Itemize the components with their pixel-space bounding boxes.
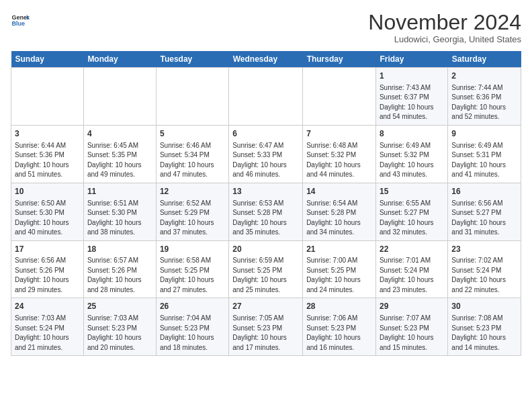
day-number: 20 [232,244,299,255]
day-number: 2 [451,71,517,82]
week-row-1: 1Sunrise: 7:43 AM Sunset: 6:37 PM Daylig… [11,68,521,126]
calendar-cell: 15Sunrise: 6:55 AM Sunset: 5:27 PM Dayli… [375,183,447,240]
day-number: 28 [306,301,372,312]
day-number: 11 [87,186,152,197]
calendar-cell: 20Sunrise: 6:59 AM Sunset: 5:25 PM Dayli… [229,240,303,298]
calendar-table: SundayMondayTuesdayWednesdayThursdayFrid… [11,51,521,356]
day-info: Sunrise: 6:55 AM Sunset: 5:27 PM Dayligh… [380,199,444,238]
week-row-3: 10Sunrise: 6:50 AM Sunset: 5:30 PM Dayli… [11,183,521,240]
calendar-cell: 16Sunrise: 6:56 AM Sunset: 5:27 PM Dayli… [448,183,521,240]
day-number: 8 [380,128,444,140]
calendar-cell: 18Sunrise: 6:57 AM Sunset: 5:26 PM Dayli… [83,240,156,298]
weekday-header-thursday: Thursday [303,51,376,68]
weekday-header-friday: Friday [375,51,447,68]
weekday-header-saturday: Saturday [448,51,521,68]
day-number: 12 [160,186,225,197]
day-number: 23 [451,244,517,255]
calendar-cell: 10Sunrise: 6:50 AM Sunset: 5:30 PM Dayli… [11,183,84,240]
calendar-cell: 14Sunrise: 6:54 AM Sunset: 5:28 PM Dayli… [303,183,376,240]
calendar-cell: 3Sunrise: 6:44 AM Sunset: 5:36 PM Daylig… [11,125,84,183]
weekday-header-tuesday: Tuesday [156,51,228,68]
logo: General Blue [11,11,30,30]
day-info: Sunrise: 6:46 AM Sunset: 5:34 PM Dayligh… [160,141,225,180]
calendar-cell: 7Sunrise: 6:48 AM Sunset: 5:32 PM Daylig… [303,125,376,183]
calendar-cell: 19Sunrise: 6:58 AM Sunset: 5:25 PM Dayli… [156,240,228,298]
day-info: Sunrise: 6:52 AM Sunset: 5:29 PM Dayligh… [160,199,225,238]
weekday-header-wednesday: Wednesday [229,51,303,68]
calendar-cell [229,68,303,126]
day-number: 18 [87,244,152,255]
day-info: Sunrise: 7:43 AM Sunset: 6:37 PM Dayligh… [380,83,444,122]
day-info: Sunrise: 6:50 AM Sunset: 5:30 PM Dayligh… [15,199,80,238]
day-number: 17 [15,244,80,255]
page-header: General Blue November 2024 Ludowici, Geo… [11,11,521,44]
day-info: Sunrise: 6:53 AM Sunset: 5:28 PM Dayligh… [232,199,299,238]
calendar-cell: 29Sunrise: 7:07 AM Sunset: 5:23 PM Dayli… [375,298,447,356]
calendar-cell: 4Sunrise: 6:45 AM Sunset: 5:35 PM Daylig… [83,125,156,183]
calendar-cell: 26Sunrise: 7:04 AM Sunset: 5:23 PM Dayli… [156,298,228,356]
calendar-cell [83,68,156,126]
day-info: Sunrise: 6:45 AM Sunset: 5:35 PM Dayligh… [87,141,152,180]
day-info: Sunrise: 6:48 AM Sunset: 5:32 PM Dayligh… [306,141,372,180]
calendar-cell: 12Sunrise: 6:52 AM Sunset: 5:29 PM Dayli… [156,183,228,240]
day-number: 13 [232,186,299,197]
week-row-4: 17Sunrise: 6:56 AM Sunset: 5:26 PM Dayli… [11,240,521,298]
calendar-cell: 28Sunrise: 7:06 AM Sunset: 5:23 PM Dayli… [303,298,376,356]
day-number: 29 [380,301,444,312]
day-info: Sunrise: 7:00 AM Sunset: 5:25 PM Dayligh… [306,256,372,295]
calendar-cell: 22Sunrise: 7:01 AM Sunset: 5:24 PM Dayli… [375,240,447,298]
calendar-cell: 6Sunrise: 6:47 AM Sunset: 5:33 PM Daylig… [229,125,303,183]
day-info: Sunrise: 7:08 AM Sunset: 5:23 PM Dayligh… [451,314,517,353]
svg-text:Blue: Blue [11,20,25,27]
day-info: Sunrise: 7:07 AM Sunset: 5:23 PM Dayligh… [380,314,444,353]
location: Ludowici, Georgia, United States [368,34,521,44]
calendar-cell: 9Sunrise: 6:49 AM Sunset: 5:31 PM Daylig… [448,125,521,183]
day-info: Sunrise: 6:51 AM Sunset: 5:30 PM Dayligh… [87,199,152,238]
day-number: 15 [380,186,444,197]
day-number: 4 [87,128,152,140]
day-info: Sunrise: 7:01 AM Sunset: 5:24 PM Dayligh… [380,256,444,295]
calendar-cell: 23Sunrise: 7:02 AM Sunset: 5:24 PM Dayli… [448,240,521,298]
day-number: 1 [380,71,444,82]
day-info: Sunrise: 6:49 AM Sunset: 5:32 PM Dayligh… [380,141,444,180]
day-number: 9 [451,128,517,140]
day-info: Sunrise: 6:58 AM Sunset: 5:25 PM Dayligh… [160,256,225,295]
calendar-cell: 2Sunrise: 7:44 AM Sunset: 6:36 PM Daylig… [448,68,521,126]
day-number: 6 [232,128,299,140]
day-info: Sunrise: 7:44 AM Sunset: 6:36 PM Dayligh… [451,83,517,122]
calendar-cell: 25Sunrise: 7:03 AM Sunset: 5:23 PM Dayli… [83,298,156,356]
day-number: 5 [160,128,225,140]
day-info: Sunrise: 6:57 AM Sunset: 5:26 PM Dayligh… [87,256,152,295]
day-info: Sunrise: 6:54 AM Sunset: 5:28 PM Dayligh… [306,199,372,238]
week-row-2: 3Sunrise: 6:44 AM Sunset: 5:36 PM Daylig… [11,125,521,183]
day-info: Sunrise: 6:59 AM Sunset: 5:25 PM Dayligh… [232,256,299,295]
day-info: Sunrise: 6:56 AM Sunset: 5:26 PM Dayligh… [15,256,80,295]
calendar-cell: 24Sunrise: 7:03 AM Sunset: 5:24 PM Dayli… [11,298,84,356]
calendar-cell [156,68,228,126]
calendar-cell: 17Sunrise: 6:56 AM Sunset: 5:26 PM Dayli… [11,240,84,298]
weekday-header-sunday: Sunday [11,51,84,68]
day-number: 3 [15,128,80,140]
day-number: 21 [306,244,372,255]
day-number: 26 [160,301,225,312]
day-info: Sunrise: 7:06 AM Sunset: 5:23 PM Dayligh… [306,314,372,353]
day-number: 24 [15,301,80,312]
calendar-cell [11,68,84,126]
day-number: 27 [232,301,299,312]
logo-icon: General Blue [11,11,30,30]
day-number: 30 [451,301,517,312]
day-number: 16 [451,186,517,197]
calendar-cell: 27Sunrise: 7:05 AM Sunset: 5:23 PM Dayli… [229,298,303,356]
week-row-5: 24Sunrise: 7:03 AM Sunset: 5:24 PM Dayli… [11,298,521,356]
weekday-header-monday: Monday [83,51,156,68]
day-info: Sunrise: 6:44 AM Sunset: 5:36 PM Dayligh… [15,141,80,180]
day-info: Sunrise: 7:02 AM Sunset: 5:24 PM Dayligh… [451,256,517,295]
day-number: 10 [15,186,80,197]
day-number: 19 [160,244,225,255]
day-info: Sunrise: 6:49 AM Sunset: 5:31 PM Dayligh… [451,141,517,180]
day-info: Sunrise: 7:04 AM Sunset: 5:23 PM Dayligh… [160,314,225,353]
day-info: Sunrise: 7:05 AM Sunset: 5:23 PM Dayligh… [232,314,299,353]
calendar-cell: 5Sunrise: 6:46 AM Sunset: 5:34 PM Daylig… [156,125,228,183]
day-number: 25 [87,301,152,312]
calendar-cell: 11Sunrise: 6:51 AM Sunset: 5:30 PM Dayli… [83,183,156,240]
